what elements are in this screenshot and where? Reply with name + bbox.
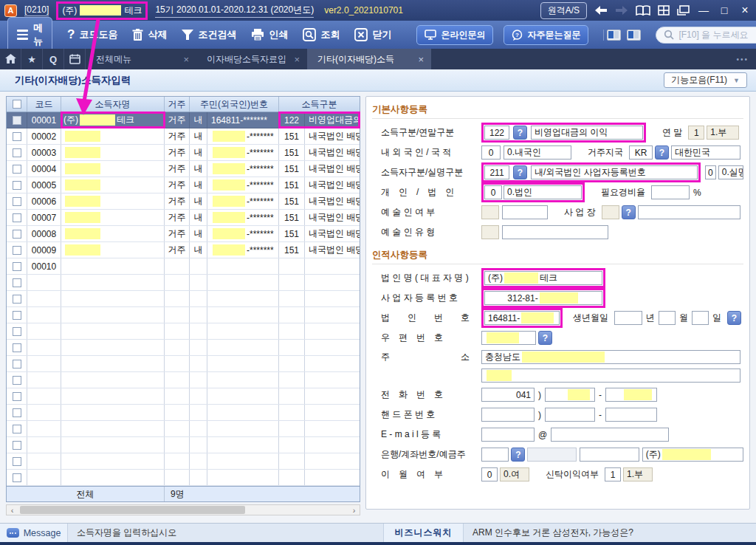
cell-residence[interactable]	[165, 307, 190, 323]
company-name-highlighted[interactable]: (주) 테크	[56, 1, 148, 20]
cell-code[interactable]: 00008	[27, 226, 61, 241]
cell-income-type[interactable]	[279, 453, 360, 469]
row-checkbox[interactable]	[7, 421, 27, 436]
maximize-icon[interactable]: □	[718, 4, 731, 17]
cell-residence[interactable]: 거주	[165, 242, 190, 258]
header-residence[interactable]: 거주	[165, 97, 190, 112]
cell-earner-name[interactable]	[61, 275, 165, 290]
cell-code[interactable]: 00005	[27, 177, 61, 193]
cell-residence[interactable]: 거주	[165, 210, 190, 225]
cell-id-number[interactable]: -*******	[207, 193, 279, 209]
business-number-input[interactable]: 312-81-	[484, 291, 602, 305]
row-checkbox[interactable]	[7, 275, 27, 290]
row-checkbox[interactable]	[7, 112, 27, 128]
row-checkbox[interactable]	[7, 161, 27, 176]
address-line1-input[interactable]: 충청남도	[481, 350, 740, 364]
cell-residence[interactable]	[165, 405, 190, 420]
tab-overflow-icon[interactable]: •••	[729, 49, 756, 69]
cell-id-number[interactable]	[207, 388, 279, 404]
account-holder-input[interactable]: (주)	[642, 448, 743, 462]
realname-code-input[interactable]: 0	[705, 165, 716, 179]
cell-earner-name[interactable]	[61, 145, 165, 160]
table-row[interactable]: 00008거주내-*******151내국법인 배당	[7, 226, 360, 242]
birth-day-input[interactable]	[692, 311, 709, 325]
book-view-icon[interactable]	[636, 5, 650, 16]
cell-earner-name[interactable]	[61, 405, 165, 420]
cell-earner-name[interactable]	[61, 161, 165, 176]
close-window-icon[interactable]: ×	[738, 4, 752, 17]
quick-search-icon[interactable]: Q	[43, 49, 64, 69]
row-checkbox[interactable]	[7, 340, 27, 355]
cell-id-number[interactable]: 164811-*******	[207, 112, 279, 128]
cell-income-type[interactable]: 151내국법인 배당	[279, 242, 360, 258]
cell-income-type[interactable]	[279, 405, 360, 420]
inquiry-button[interactable]: 조회	[303, 28, 340, 41]
cell-income-type[interactable]	[279, 258, 360, 274]
earner-code-input[interactable]: 211	[484, 165, 509, 179]
cell-id-number[interactable]: -*******	[207, 226, 279, 241]
cell-code[interactable]	[27, 372, 61, 388]
cell-income-type[interactable]: 151내국법인 배당	[279, 226, 360, 241]
cell-code[interactable]	[27, 405, 61, 420]
cell-residence[interactable]: 거주	[165, 177, 190, 193]
help-icon[interactable]: ?	[622, 205, 636, 219]
cell-nationality[interactable]: 내	[190, 210, 207, 225]
global-search-box[interactable]	[656, 27, 756, 44]
table-row[interactable]: 00002거주내-*******151내국법인 배당	[7, 128, 360, 145]
cell-earner-name[interactable]	[61, 421, 165, 436]
cell-nationality[interactable]	[190, 421, 207, 436]
table-row[interactable]: 00005거주내-*******151내국법인 배당	[7, 177, 360, 193]
cell-code[interactable]	[27, 291, 61, 306]
row-checkbox[interactable]	[7, 356, 27, 371]
cell-income-type[interactable]: 151내국법인 배당	[279, 193, 360, 209]
cell-id-number[interactable]	[207, 356, 279, 371]
cell-code[interactable]	[27, 356, 61, 371]
yearend-code-input[interactable]: 1	[688, 126, 704, 140]
cell-nationality[interactable]: 내	[190, 128, 207, 144]
cell-income-type[interactable]	[279, 323, 360, 339]
cell-earner-name[interactable]	[61, 242, 165, 258]
cell-residence[interactable]	[165, 323, 190, 339]
cell-income-type[interactable]	[279, 388, 360, 404]
cell-earner-name[interactable]	[61, 291, 165, 306]
cell-residence[interactable]	[165, 421, 190, 436]
close-screen-button[interactable]: 닫기	[354, 28, 391, 41]
cell-code[interactable]: 00007	[27, 210, 61, 225]
cell-nationality[interactable]	[190, 437, 207, 453]
cell-residence[interactable]	[165, 356, 190, 371]
cell-id-number[interactable]: -*******	[207, 210, 279, 225]
cell-nationality[interactable]	[190, 275, 207, 290]
cell-earner-name[interactable]	[61, 340, 165, 355]
news-source[interactable]: 비즈니스워치	[384, 524, 464, 542]
cell-code[interactable]: 00001	[27, 112, 61, 128]
mobile-mid-input[interactable]	[545, 408, 595, 422]
cell-id-number[interactable]	[207, 340, 279, 355]
horizontal-scrollbar[interactable]: ‹ ›	[6, 504, 360, 515]
cell-income-type[interactable]: 151내국법인 배당	[279, 210, 360, 225]
row-checkbox[interactable]	[7, 372, 27, 388]
grid-view-icon[interactable]	[658, 5, 670, 16]
remote-as-button[interactable]: 원격A/S	[540, 2, 587, 19]
fiscal-period[interactable]: 15기 2020.01.01-2020.12.31 (2020년도)	[155, 4, 314, 18]
cell-residence[interactable]: 거주	[165, 128, 190, 144]
cell-nationality[interactable]	[190, 470, 207, 485]
row-checkbox[interactable]	[7, 323, 27, 339]
row-checkbox[interactable]	[7, 291, 27, 306]
layout-panel-icon-2[interactable]	[627, 30, 641, 41]
layout-panel-icon-1[interactable]	[607, 30, 621, 41]
cell-code[interactable]: 00002	[27, 128, 61, 144]
tel-area-input[interactable]: 041	[481, 388, 535, 402]
carryover-code-input[interactable]: 0	[481, 467, 498, 481]
cell-residence[interactable]	[165, 453, 190, 469]
table-row[interactable]: 00004거주내-*******151내국법인 배당	[7, 161, 360, 177]
row-checkbox[interactable]	[7, 193, 27, 209]
online-inquiry-button[interactable]: 온라인문의	[416, 25, 493, 45]
cell-income-type[interactable]: 151내국법인 배당	[279, 145, 360, 160]
cell-residence[interactable]	[165, 258, 190, 274]
cell-earner-name[interactable]	[61, 210, 165, 225]
forward-icon[interactable]	[615, 5, 628, 16]
cell-earner-name[interactable]	[61, 226, 165, 241]
cell-residence[interactable]: 거주	[165, 161, 190, 176]
help-icon[interactable]: ?	[513, 165, 527, 179]
header-id-number[interactable]: 주민(외국인)번호	[190, 97, 279, 112]
